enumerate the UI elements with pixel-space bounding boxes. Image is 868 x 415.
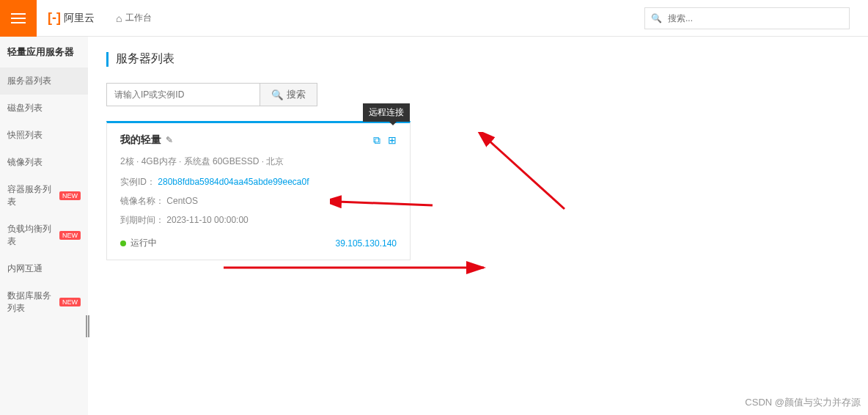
top-bar: [‑] 阿里云 ⌂ 工作台 🔍 xyxy=(0,0,868,37)
instance-id-label: 实例ID： xyxy=(120,177,155,187)
server-spec: 2核 · 4GB内存 · 系统盘 60GBESSD · 北京 xyxy=(120,155,397,168)
search-icon: 🔍 xyxy=(271,89,284,100)
global-search-input[interactable] xyxy=(668,13,849,23)
global-search[interactable]: 🔍 xyxy=(644,7,850,29)
terminal-icon[interactable]: ⧉ xyxy=(373,134,380,147)
sidebar-item-label: 数据库服务列表 xyxy=(7,290,55,315)
new-badge: NEW xyxy=(59,298,81,306)
edit-icon[interactable]: ✎ xyxy=(166,135,173,145)
home-icon: ⌂ xyxy=(116,12,122,24)
sidebar-item-loadbalancer[interactable]: 负载均衡列表NEW xyxy=(0,216,88,255)
brand-logo[interactable]: [‑] 阿里云 xyxy=(48,10,95,26)
expire-value: 2023-11-10 00:00:00 xyxy=(166,215,248,225)
sidebar-item-label: 容器服务列表 xyxy=(7,183,55,208)
annotation-arrow-icon xyxy=(220,260,491,275)
card-actions: ⧉ ⊞ xyxy=(373,134,397,147)
new-badge: NEW xyxy=(59,191,81,200)
page-title-wrap: 服务器列表 xyxy=(106,51,850,67)
sidebar-item-images[interactable]: 镜像列表 xyxy=(0,149,88,176)
card-footer: 运行中 39.105.130.140 xyxy=(120,237,397,249)
server-search-input[interactable] xyxy=(106,83,260,106)
sidebar-item-snapshots[interactable]: 快照列表 xyxy=(0,122,88,149)
sidebar-item-intranet[interactable]: 内网互通 xyxy=(0,255,88,282)
watermark: CSDN @颜值与实力并存源 xyxy=(745,396,861,409)
search-button-label: 搜索 xyxy=(287,88,306,101)
page-title: 服务器列表 xyxy=(116,51,174,67)
hamburger-icon xyxy=(11,13,26,23)
sidebar: 轻量应用服务器 服务器列表 磁盘列表 快照列表 镜像列表 容器服务列表NEW 负… xyxy=(0,37,88,415)
image-row: 镜像名称： CentOS xyxy=(120,194,397,208)
new-badge: NEW xyxy=(59,231,81,240)
apps-icon[interactable]: ⊞ xyxy=(388,134,397,147)
expire-label: 到期时间： xyxy=(120,215,164,225)
workspace-label: 工作台 xyxy=(125,12,152,24)
search-icon: 🔍 xyxy=(645,13,668,23)
sidebar-item-servers[interactable]: 服务器列表 xyxy=(0,67,88,95)
image-label: 镜像名称： xyxy=(120,196,164,206)
remote-connect-tooltip: 远程连接 xyxy=(363,103,410,122)
sidebar-item-label: 磁盘列表 xyxy=(7,102,43,114)
search-row: 🔍 搜索 xyxy=(106,83,850,106)
sidebar-item-label: 负载均衡列表 xyxy=(7,223,55,248)
sidebar-item-containers[interactable]: 容器服务列表NEW xyxy=(0,176,88,216)
ip-link[interactable]: 39.105.130.140 xyxy=(336,238,397,249)
status-dot-icon xyxy=(120,240,126,246)
hamburger-menu-button[interactable] xyxy=(0,0,37,37)
sidebar-item-label: 服务器列表 xyxy=(7,75,51,87)
expire-row: 到期时间： 2023-11-10 00:00:00 xyxy=(120,213,397,227)
sidebar-item-disks[interactable]: 磁盘列表 xyxy=(0,95,88,122)
sidebar-list: 服务器列表 磁盘列表 快照列表 镜像列表 容器服务列表NEW 负载均衡列表NEW… xyxy=(0,67,88,322)
server-card[interactable]: 远程连接 我的轻量 ✎ ⧉ ⊞ 2核 · 4GB内存 · 系统盘 60GBESS… xyxy=(106,121,411,260)
sidebar-item-databases[interactable]: 数据库服务列表NEW xyxy=(0,282,88,322)
sidebar-item-label: 镜像列表 xyxy=(7,156,43,169)
status-text: 运行中 xyxy=(130,237,157,249)
card-header: 我的轻量 ✎ ⧉ ⊞ xyxy=(120,133,397,147)
sidebar-item-label: 快照列表 xyxy=(7,129,43,142)
instance-id-link[interactable]: 280b8fdba5984d04aa45abde99eeca0f xyxy=(158,177,309,187)
svg-line-0 xyxy=(488,139,564,209)
brand-text: 阿里云 xyxy=(64,12,95,25)
annotation-arrow-icon xyxy=(477,132,579,220)
aliyun-logo-icon: [‑] xyxy=(48,10,61,26)
workspace-nav-item[interactable]: ⌂ 工作台 xyxy=(106,12,162,24)
image-value: CentOS xyxy=(166,196,198,206)
sidebar-item-label: 内网互通 xyxy=(7,262,43,275)
server-name: 我的轻量 xyxy=(120,133,161,147)
main-content: 服务器列表 🔍 搜索 远程连接 我的轻量 ✎ ⧉ ⊞ 2核 · 4GB内存 · … xyxy=(88,37,868,415)
search-button[interactable]: 🔍 搜索 xyxy=(260,83,317,106)
title-accent-bar xyxy=(106,52,108,67)
instance-id-row: 实例ID： 280b8fdba5984d04aa45abde99eeca0f xyxy=(120,175,397,188)
sidebar-title: 轻量应用服务器 xyxy=(0,37,88,67)
